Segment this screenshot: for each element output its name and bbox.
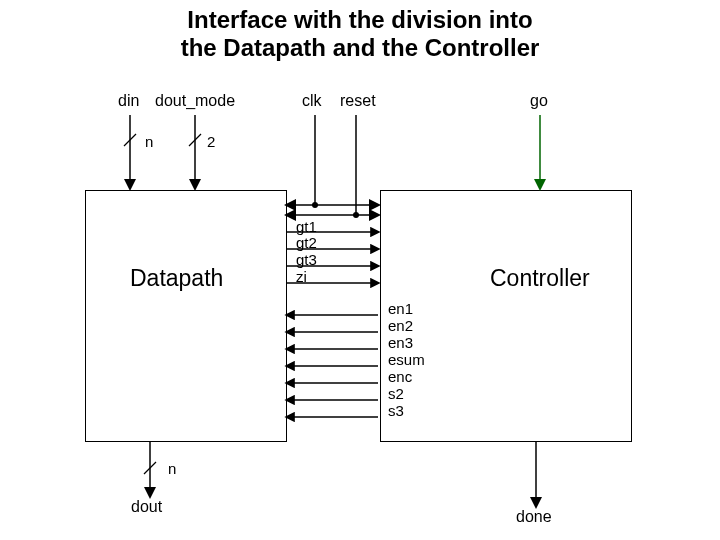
wiring-svg xyxy=(0,0,720,540)
